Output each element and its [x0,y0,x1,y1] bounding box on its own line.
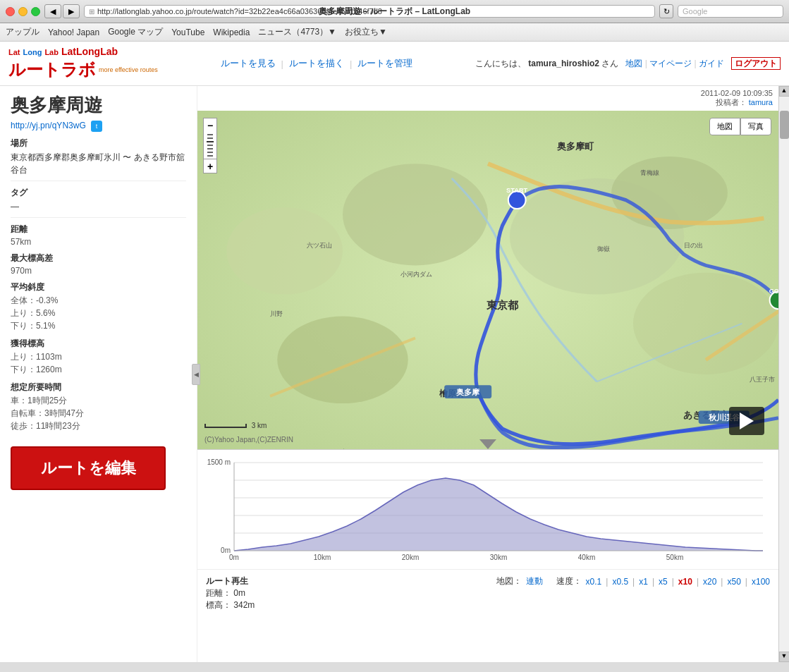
user-area: こんにちは、 tamura_hiroshio2 さん 地図 | マイページ | … [475,58,781,70]
tag-value: — [11,200,186,213]
speed-x100[interactable]: x100 [752,577,770,587]
zoom-tick [207,145,213,146]
edit-route-button[interactable]: ルートを編集 [11,446,166,490]
logout-link[interactable]: ログアウト [731,57,781,70]
speed-x01[interactable]: x0.1 [586,577,602,587]
greeting: こんにちは、 [475,59,526,68]
toolbar-news[interactable]: ニュース（4773）▼ [258,26,336,38]
scrollbar: ▲ ▼ [778,86,789,662]
route-url[interactable]: http://yj.pn/qYN3wG [11,121,86,130]
guide-link[interactable]: ガイド [699,59,724,68]
time-bike: 自転車：3時間47分 [11,408,186,420]
zoom-plus-button[interactable]: + [203,159,217,173]
play-button-overlay[interactable] [729,407,764,435]
map-link[interactable]: 地図 [625,59,642,68]
close-button[interactable] [6,7,15,16]
speed-x5[interactable]: x5 [659,577,668,587]
svg-text:八王子市: 八王子市 [750,376,775,383]
minimize-button[interactable] [18,7,27,16]
map-type-label: 地図： [496,575,522,587]
elevation-diff-label: 最大標高差 [11,252,186,264]
speed-x50[interactable]: x50 [727,577,740,587]
back-button[interactable]: ◀ [44,4,61,18]
route-date: 2011-02-09 10:09:35 [701,89,773,97]
svg-point-5 [277,317,408,404]
slope-down: 下り：5.1% [11,320,186,332]
refresh-button[interactable]: ↻ [659,4,673,18]
svg-text:10km: 10km [314,554,331,561]
page-title: 奥多摩周遊 [11,93,186,118]
map-type-buttons: 地図 写真 [709,118,771,135]
elevation-container: 1500 m 0m 0m 10km 20km 30km 40km 50km [197,449,778,569]
toolbar-yahoo[interactable]: Yahoo! Japan [48,28,99,37]
map-svg: START GOAL 奥多摩町 東京都 檜原村 あきる野市 奥多摩 秋川渓谷 [197,111,778,449]
map-type-photo[interactable]: 写真 [740,118,771,135]
distance-label: 距離： [206,588,231,598]
logo-hiragana: ルートラボ [8,59,96,81]
location-label: 場所 [11,138,186,149]
svg-text:三頭山●: 三頭山● [328,448,351,449]
distance-label: 距離 [11,224,186,236]
gain-label: 獲得標高 [11,338,186,350]
site-logo: LatLongLab [61,46,118,57]
gain-down: 下り：1260m [11,364,186,376]
zoom-tick [207,138,213,139]
address-bar[interactable]: ⊞ http://latlonglab.yahoo.co.jp/route/wa… [84,5,655,18]
map-scale: 3 km [204,422,267,429]
route-play-label: ルート再生 [206,576,248,586]
svg-text:六ツ石山: 六ツ石山 [307,242,332,249]
map-type-map[interactable]: 地図 [709,118,740,135]
mypage-link[interactable]: マイページ [649,59,692,68]
playback-right: 地図： 連動 速度： x0.1 | x0.5 | x1 | x5 | x10 |… [496,575,770,587]
main-content: 2011-02-09 10:09:35 投稿者： tamura [197,86,778,662]
speed-x20[interactable]: x20 [703,577,716,587]
toolbar-youtube[interactable]: YouTube [171,28,204,37]
zoom-minus-button[interactable]: − [203,118,217,132]
browser-icon: ⊞ [89,8,94,16]
map-container[interactable]: START GOAL 奥多摩町 東京都 檜原村 あきる野市 奥多摩 秋川渓谷 [197,111,778,449]
zoom-tick [207,141,214,142]
twitter-icon[interactable]: t [91,121,102,132]
scale-label: 3 km [252,422,267,429]
nav-sep1: | [281,59,283,69]
svg-text:GOAL: GOAL [769,288,778,295]
speed-x1[interactable]: x1 [639,577,648,587]
toolbar-useful[interactable]: お役立ち▼ [345,26,387,38]
svg-point-2 [343,164,488,265]
username: tamura_hiroshio2 [528,59,599,68]
scroll-track[interactable] [779,97,790,652]
svg-text:川野: 川野 [270,311,283,318]
search-placeholder: Google [683,7,707,16]
date-author-row: 2011-02-09 10:09:35 投稿者： tamura [197,86,778,111]
svg-text:奥多摩: 奥多摩 [455,388,480,396]
zoom-tick [207,152,213,153]
nav-sep2: | [350,59,352,69]
scroll-up-button[interactable]: ▲ [779,86,790,97]
play-icon [740,413,754,429]
scroll-down-button[interactable]: ▼ [779,652,790,662]
search-bar[interactable]: Google [678,5,783,18]
sidebar-collapse-button[interactable]: ◀ [192,364,200,385]
speed-x05[interactable]: x0.5 [612,577,628,587]
map-type-value[interactable]: 連動 [526,575,543,587]
author-link[interactable]: tamura [749,98,773,106]
time-walk: 徒歩：11時間23分 [11,420,186,432]
toolbar-apple[interactable]: アップル [6,26,39,38]
toolbar-google-maps[interactable]: Google マップ [108,26,163,38]
scroll-thumb[interactable] [780,111,789,139]
maximize-button[interactable] [31,7,40,16]
speed-x10[interactable]: x10 [678,577,692,587]
elevation-play-value: 342m [233,600,255,610]
svg-text:御嶽: 御嶽 [597,245,610,252]
map-copyright: (C)Yahoo Japan,(C)ZENRIN [204,436,293,444]
zoom-controls: − + [203,118,217,173]
svg-text:0m: 0m [229,554,239,561]
time-car: 車：1時間25分 [11,395,186,407]
zoom-tick [207,155,213,157]
svg-point-4 [611,157,728,229]
nav-draw-routes[interactable]: ルートを描く [289,57,344,70]
forward-button[interactable]: ▶ [63,4,80,18]
nav-see-routes[interactable]: ルートを見る [221,57,276,70]
nav-manage-routes[interactable]: ルートを管理 [357,57,412,70]
toolbar-wikipedia[interactable]: Wikipedia [213,28,250,37]
